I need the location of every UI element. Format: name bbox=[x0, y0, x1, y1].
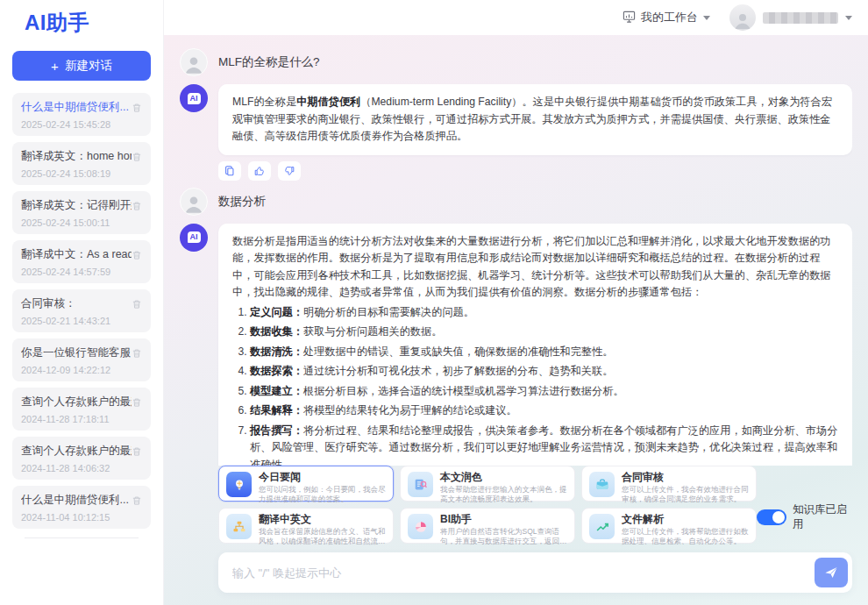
card-title: 今日要闻 bbox=[259, 471, 386, 484]
card-desc: 您可以问我，例如：今日要闻，我会尽力提供准确和可靠的答案。 bbox=[259, 485, 386, 505]
trash-icon[interactable] bbox=[132, 250, 142, 260]
card-title: 合同审核 bbox=[622, 471, 749, 484]
trash-icon[interactable] bbox=[132, 152, 142, 162]
conversation-title: 什么是中期借贷便利... bbox=[21, 493, 129, 508]
conversation-title: 查询个人存款账户的最新... bbox=[21, 444, 132, 459]
conversation-time: 2025-02-24 14:57:59 bbox=[21, 267, 142, 277]
briefcase-icon bbox=[589, 472, 615, 497]
card-title: 文件解析 bbox=[622, 513, 749, 526]
thumb-down-button[interactable] bbox=[278, 161, 301, 181]
ai-badge: AI bbox=[188, 231, 201, 243]
analysis-step: 数据清洗：处理数据中的错误、重复或缺失值，确保数据的准确性和完整性。 bbox=[250, 344, 838, 361]
trash-icon[interactable] bbox=[132, 446, 142, 457]
trash-icon[interactable] bbox=[132, 103, 142, 113]
conversation-time: 2025-02-24 15:45:28 bbox=[21, 119, 142, 130]
card-today-news[interactable]: 今日要闻 您可以问我，例如：今日要闻，我会尽力提供准确和可靠的答案。 bbox=[218, 466, 394, 502]
user-message: MLF的全称是什么? bbox=[180, 48, 852, 76]
trash-icon[interactable] bbox=[132, 201, 142, 211]
assistant-message: AI MLF的全称是中期借贷便利（Medium-term Lending Fac… bbox=[180, 84, 852, 155]
chat-scroll-area[interactable]: MLF的全称是什么? AI MLF的全称是中期借贷便利（Medium-term … bbox=[180, 44, 852, 466]
assistant-message-bubble: MLF的全称是中期借贷便利（Medium-term Lending Facili… bbox=[218, 84, 852, 155]
send-button[interactable] bbox=[815, 558, 848, 587]
analysis-step: 报告撰写：将分析过程、结果和结论整理成报告，供决策者参考。数据分析在各个领域都有… bbox=[250, 423, 838, 466]
chevron-down-icon bbox=[703, 16, 710, 20]
quick-action-cards: 今日要闻 您可以问我，例如：今日要闻，我会尽力提供准确和可靠的答案。 本文润色 … bbox=[218, 466, 757, 544]
conversation-title: 你是一位银行智能客服，... bbox=[21, 345, 132, 360]
knowledge-base-label: 知识库已启用 bbox=[793, 502, 852, 532]
conversation-time: 2025-02-24 15:08:19 bbox=[21, 168, 142, 179]
analysis-step: 模型建立：根据分析目标，选择合适的统计模型或机器学习算法进行数据分析。 bbox=[250, 383, 838, 401]
step-title: 数据探索： bbox=[250, 365, 303, 377]
card-desc: 我会旨在保留原始信息的含义、语气和风格，以确保翻译的准确性和自然流畅。 bbox=[259, 527, 386, 547]
card-contract-review[interactable]: 合同审核 您可以上传文件，我会有效地进行合同审核，确保合同满足您的业务需求。 bbox=[581, 466, 757, 502]
step-title: 数据清洗： bbox=[250, 345, 303, 358]
trash-icon[interactable] bbox=[132, 348, 142, 359]
user-avatar bbox=[180, 188, 208, 216]
thumb-up-button[interactable] bbox=[248, 161, 271, 181]
step-title: 报告撰写： bbox=[250, 424, 303, 437]
workspace-menu[interactable]: 我的工作台 bbox=[623, 10, 710, 25]
composer bbox=[218, 552, 852, 593]
conversation-item[interactable]: 翻译成英文：记得刚开始... 2025-02-24 15:00:11 bbox=[12, 191, 151, 234]
app-logo: AI助手 bbox=[25, 9, 163, 37]
conversation-item[interactable]: 什么是中期借贷便利... 2025-02-24 15:45:28 bbox=[12, 93, 151, 136]
message-input[interactable] bbox=[231, 566, 815, 580]
step-desc: 获取与分析问题相关的数据。 bbox=[303, 325, 442, 338]
chat-main: MLF的全称是什么? AI MLF的全称是中期借贷便利（Medium-term … bbox=[164, 35, 868, 605]
user-avatar bbox=[180, 48, 208, 76]
conversation-item[interactable]: 查询个人存款账户的最新... 2024-11-28 17:18:11 bbox=[12, 388, 151, 431]
ai-badge: AI bbox=[188, 93, 201, 104]
pie-chart-icon bbox=[408, 514, 433, 539]
answer-intro: 数据分析是指用适当的统计分析方法对收集来的大量数据进行分析，将它们加以汇总和理解… bbox=[232, 235, 831, 299]
card-title: BI助手 bbox=[440, 513, 567, 526]
user-avatar[interactable] bbox=[729, 4, 756, 31]
ai-avatar: AI bbox=[180, 84, 208, 112]
chevron-down-icon bbox=[845, 16, 852, 20]
card-text-polish[interactable]: 本文润色 我会帮助您进行您输入的文本润色，提高文本的流畅度和表达效果。 bbox=[400, 466, 575, 502]
plus-icon: + bbox=[51, 60, 59, 73]
trash-icon[interactable] bbox=[132, 495, 142, 506]
conversation-time: 2025-02-24 15:00:11 bbox=[21, 217, 142, 228]
step-title: 定义问题： bbox=[250, 306, 303, 318]
conversation-item[interactable]: 什么是中期借贷便利... 2024-11-04 10:12:15 bbox=[12, 486, 151, 529]
assistant-message-bubble: 数据分析是指用适当的统计分析方法对收集来的大量数据进行分析，将它们加以汇总和理解… bbox=[218, 224, 852, 466]
org-chart-icon bbox=[226, 514, 252, 539]
answer-text: MLF的全称是 bbox=[232, 96, 296, 108]
conversation-item[interactable]: 查询个人存款账户的最新... 2024-11-28 14:06:32 bbox=[12, 437, 151, 480]
assistant-message: AI 数据分析是指用适当的统计分析方法对收集来的大量数据进行分析，将它们加以汇总… bbox=[180, 224, 852, 466]
sidebar: AI助手 + 新建对话 什么是中期借贷便利... 2025-02-24 15:4… bbox=[0, 0, 164, 605]
step-desc: 将模型的结果转化为易于理解的结论或建议。 bbox=[303, 404, 517, 416]
knowledge-base-toggle[interactable] bbox=[757, 509, 786, 525]
ai-avatar: AI bbox=[180, 224, 208, 252]
analysis-step: 数据收集：获取与分析问题相关的数据。 bbox=[250, 324, 838, 341]
conversation-item[interactable]: 翻译成英文：home home 2025-02-24 15:08:19 bbox=[12, 142, 151, 185]
trash-icon[interactable] bbox=[132, 397, 142, 408]
card-desc: 将用户的自然语言转化为SQL查询语句，并直接与数据库进行交互，返回智能推荐的图表… bbox=[440, 527, 567, 547]
card-file-parse[interactable]: 文件解析 您可以上传文件，我将帮助您进行如数据处理、信息检索、自动化办公等。 bbox=[581, 508, 757, 544]
user-menu[interactable] bbox=[729, 4, 852, 31]
conversation-item[interactable]: 你是一位银行智能客服，... 2024-12-09 14:22:12 bbox=[12, 338, 151, 381]
card-translate[interactable]: 翻译中英文 我会旨在保留原始信息的含义、语气和风格，以确保翻译的准确性和自然流畅… bbox=[218, 508, 394, 544]
conversation-item[interactable]: 翻译成中文：As a reader... 2025-02-24 14:57:59 bbox=[12, 240, 151, 283]
conversation-title: 翻译成英文：记得刚开始... bbox=[21, 198, 132, 213]
monitor-icon bbox=[623, 10, 636, 25]
conversation-time: 2024-11-28 17:18:11 bbox=[21, 414, 142, 424]
knowledge-base-toggle-group: 知识库已启用 bbox=[757, 502, 852, 532]
conversation-time: 2024-12-09 14:22:12 bbox=[21, 365, 142, 375]
new-chat-button[interactable]: + 新建对话 bbox=[12, 51, 151, 81]
copy-button[interactable] bbox=[218, 161, 241, 181]
conversation-list: 什么是中期借贷便利... 2025-02-24 15:45:28 翻译成英文：h… bbox=[0, 93, 163, 538]
card-title: 翻译中英文 bbox=[259, 513, 386, 526]
toggle-knob bbox=[772, 511, 785, 523]
conversation-item[interactable]: 合同审核： 2025-02-21 14:43:21 bbox=[12, 289, 151, 332]
new-chat-label: 新建对话 bbox=[65, 58, 112, 74]
answer-bold-text: 中期借贷便利 bbox=[296, 96, 360, 108]
analysis-step: 定义问题：明确分析的目标和需要解决的问题。 bbox=[250, 304, 838, 322]
workspace-label: 我的工作台 bbox=[641, 10, 698, 25]
trash-icon[interactable] bbox=[132, 299, 142, 310]
step-desc: 将分析过程、结果和结论整理成报告，供决策者参考。数据分析在各个领域都有广泛的应用… bbox=[250, 424, 837, 466]
step-desc: 明确分析的目标和需要解决的问题。 bbox=[303, 306, 474, 318]
card-bi-assistant[interactable]: BI助手 将用户的自然语言转化为SQL查询语句，并直接与数据库进行交互，返回智能… bbox=[400, 508, 575, 544]
step-desc: 根据分析目标，选择合适的统计模型或机器学习算法进行数据分析。 bbox=[303, 385, 624, 397]
conversation-time: 2024-11-28 14:06:32 bbox=[21, 463, 142, 473]
